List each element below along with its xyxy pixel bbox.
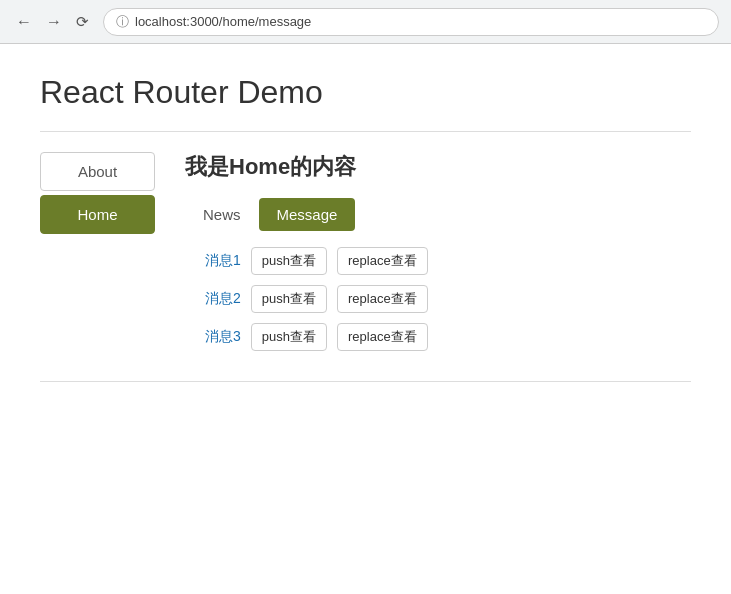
sub-nav-message[interactable]: Message: [259, 198, 356, 231]
push-btn-3[interactable]: push查看: [251, 323, 327, 351]
push-btn-2[interactable]: push查看: [251, 285, 327, 313]
back-button[interactable]: ←: [12, 11, 36, 33]
forward-button[interactable]: →: [42, 11, 66, 33]
replace-btn-1[interactable]: replace查看: [337, 247, 428, 275]
bottom-divider: [40, 381, 691, 382]
address-bar[interactable]: ⓘ localhost:3000/home/message: [103, 8, 719, 36]
message-link-3[interactable]: 消息3: [205, 328, 241, 346]
nav-item-about[interactable]: About: [40, 152, 155, 191]
message-row-2: 消息2 push查看 replace查看: [205, 285, 691, 313]
replace-btn-3[interactable]: replace查看: [337, 323, 428, 351]
push-btn-1[interactable]: push查看: [251, 247, 327, 275]
sub-nav: News Message: [185, 198, 691, 231]
page-content: React Router Demo About Home 我是Home的内容 N…: [0, 44, 731, 412]
page-title: React Router Demo: [40, 74, 691, 111]
home-title: 我是Home的内容: [185, 152, 691, 182]
url-text: localhost:3000/home/message: [135, 14, 311, 29]
message-link-1[interactable]: 消息1: [205, 252, 241, 270]
nav-item-home[interactable]: Home: [40, 195, 155, 234]
right-content: 我是Home的内容 News Message 消息1 push查看 replac…: [185, 152, 691, 351]
browser-nav-buttons: ← → ⟳: [12, 11, 93, 33]
replace-btn-2[interactable]: replace查看: [337, 285, 428, 313]
message-row-3: 消息3 push查看 replace查看: [205, 323, 691, 351]
messages-list: 消息1 push查看 replace查看 消息2 push查看 replace查…: [185, 247, 691, 351]
browser-chrome: ← → ⟳ ⓘ localhost:3000/home/message: [0, 0, 731, 44]
reload-button[interactable]: ⟳: [72, 11, 93, 33]
top-divider: [40, 131, 691, 132]
left-nav: About Home: [40, 152, 155, 238]
sub-nav-news[interactable]: News: [185, 198, 259, 231]
info-icon: ⓘ: [116, 13, 129, 31]
message-link-2[interactable]: 消息2: [205, 290, 241, 308]
main-layout: About Home 我是Home的内容 News Message 消息1 pu…: [40, 152, 691, 351]
message-row-1: 消息1 push查看 replace查看: [205, 247, 691, 275]
